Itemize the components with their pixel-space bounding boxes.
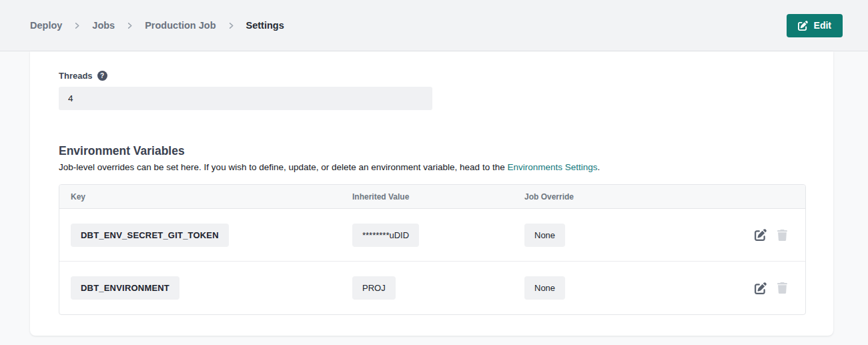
- breadcrumb-item-production-job[interactable]: Production Job: [145, 20, 215, 31]
- pen-square-icon: [755, 282, 767, 294]
- threads-label: Threads: [59, 71, 93, 81]
- trash-icon: [777, 230, 788, 241]
- breadcrumb-item-settings: Settings: [246, 20, 284, 31]
- table-row: DBT_ENVIRONMENT PROJ None: [59, 262, 805, 314]
- pen-square-icon: [755, 229, 767, 241]
- row-delete-button[interactable]: [777, 282, 788, 294]
- env-vars-description-period: .: [598, 162, 600, 172]
- table-row: DBT_ENV_SECRET_GIT_TOKEN ********uDID No…: [59, 209, 805, 262]
- env-vars-title: Environment Variables: [59, 144, 805, 158]
- help-icon[interactable]: ?: [97, 71, 107, 81]
- env-var-inherited-value: ********uDID: [352, 224, 419, 247]
- env-var-job-override: None: [524, 276, 565, 300]
- breadcrumb-item-deploy[interactable]: Deploy: [30, 20, 62, 31]
- settings-card: Threads ? Environment Variables Job-leve…: [30, 51, 833, 336]
- environments-settings-link[interactable]: Environments Settings: [507, 162, 597, 172]
- column-header-job-override: Job Override: [524, 192, 691, 202]
- edit-button[interactable]: Edit: [787, 14, 843, 37]
- trash-icon: [777, 282, 788, 294]
- edit-button-label: Edit: [814, 20, 831, 31]
- env-var-key: DBT_ENVIRONMENT: [71, 276, 179, 300]
- column-header-inherited-value: Inherited Value: [352, 192, 524, 202]
- env-vars-description-text: Job-level overrides can be set here. If …: [59, 162, 507, 172]
- row-edit-button[interactable]: [755, 229, 767, 241]
- row-delete-button[interactable]: [777, 230, 788, 241]
- table-header-row: Key Inherited Value Job Override: [59, 185, 805, 209]
- env-vars-description: Job-level overrides can be set here. If …: [59, 162, 805, 172]
- row-edit-button[interactable]: [755, 282, 767, 294]
- breadcrumb: Deploy Jobs Production Job Settings: [30, 20, 284, 31]
- env-var-key: DBT_ENV_SECRET_GIT_TOKEN: [71, 224, 229, 247]
- threads-input[interactable]: [59, 87, 432, 110]
- top-bar: Deploy Jobs Production Job Settings Edit: [0, 0, 868, 51]
- chevron-right-icon: [228, 22, 235, 29]
- env-vars-table: Key Inherited Value Job Override DBT_ENV…: [59, 184, 806, 315]
- env-var-inherited-value: PROJ: [352, 276, 396, 300]
- env-var-job-override: None: [524, 224, 565, 247]
- chevron-right-icon: [126, 22, 133, 29]
- breadcrumb-item-jobs[interactable]: Jobs: [92, 20, 115, 31]
- chevron-right-icon: [73, 22, 81, 29]
- column-header-key: Key: [71, 192, 352, 202]
- pen-square-icon: [798, 21, 808, 31]
